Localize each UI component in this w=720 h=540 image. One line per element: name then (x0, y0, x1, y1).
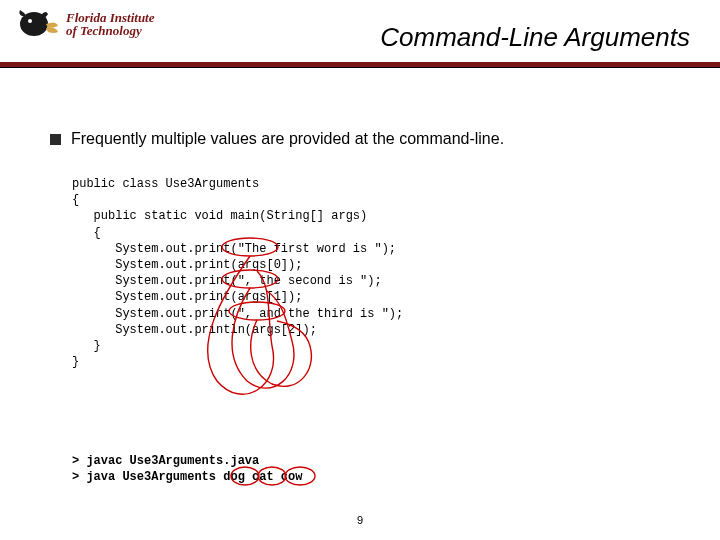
code-line: public class Use3Arguments (72, 177, 259, 191)
header-rule (0, 62, 720, 68)
command-listing: > javac Use3Arguments.java > java Use3Ar… (72, 453, 680, 520)
panther-logo-icon (18, 6, 60, 42)
logo-text-line2: of Technology (66, 24, 155, 37)
slide-header: Florida Institute of Technology Command-… (0, 0, 720, 70)
code-line: public static void main(String[] args) (72, 209, 367, 223)
code-listing: public class Use3Arguments { public stat… (72, 176, 680, 403)
cmd-line: > javac Use3Arguments.java (72, 454, 259, 468)
code-line: System.out.print(args[1]); (72, 290, 302, 304)
institution-name: Florida Institute of Technology (66, 11, 155, 37)
svg-point-1 (28, 19, 32, 23)
code-line: System.out.println(args[2]); (72, 323, 317, 337)
code-line: System.out.print(args[0]); (72, 258, 302, 272)
code-line: { (72, 226, 101, 240)
institution-logo: Florida Institute of Technology (18, 6, 155, 42)
code-line: } (72, 355, 79, 369)
bullet-text: Frequently multiple values are provided … (71, 130, 504, 148)
code-line: System.out.print("The first word is "); (72, 242, 396, 256)
code-line: } (72, 339, 101, 353)
slide-title: Command-Line Arguments (380, 22, 690, 53)
code-line: System.out.print(", and the third is "); (72, 307, 403, 321)
code-line: { (72, 193, 79, 207)
slide-content: Frequently multiple values are provided … (50, 130, 680, 520)
code-line: System.out.print(", the second is "); (72, 274, 382, 288)
bullet-square-icon (50, 134, 61, 145)
cmd-line: > java Use3Arguments dog cat cow (72, 470, 302, 484)
bullet-item: Frequently multiple values are provided … (50, 130, 680, 148)
page-number: 9 (0, 514, 720, 526)
